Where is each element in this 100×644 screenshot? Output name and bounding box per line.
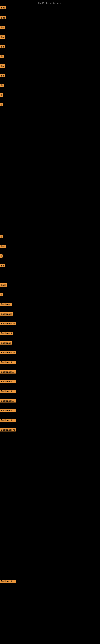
label-badge-b12: | xyxy=(0,235,2,238)
label-badge-b1: Bot xyxy=(0,6,6,9)
label-badge-b21: Bottleneck xyxy=(0,332,13,335)
label-badge-b8: Bo xyxy=(0,74,5,77)
label-badge-b25: Bottleneck resu xyxy=(0,370,16,374)
label-badge-b16: Bottl xyxy=(0,283,7,286)
label-badge-b10: E xyxy=(0,94,3,96)
label-badge-b32: Bottleneck rest xyxy=(0,580,16,583)
label-badge-b13: Bott xyxy=(0,245,6,248)
label-badge-b19: Bottleneck xyxy=(0,312,13,316)
label-badge-b4: Bo xyxy=(0,36,5,39)
label-badge-b28: Bottleneck resu xyxy=(0,399,16,402)
label-badge-b27: Bottleneck resu xyxy=(0,390,16,393)
label-badge-b22: Bottlenec xyxy=(0,341,12,344)
label-badge-b5: Bo xyxy=(0,45,5,48)
label-badge-b3: Bo xyxy=(0,26,5,29)
label-badge-b24: Bottleneck resu xyxy=(0,361,16,364)
label-badge-b15: Bo xyxy=(0,264,5,267)
label-badge-b11: | xyxy=(0,103,2,106)
label-badge-b29: Bottleneck resu xyxy=(0,409,16,412)
site-title: TheBottlenecker.com xyxy=(38,2,62,5)
label-badge-b26: Bottleneck resu xyxy=(0,380,16,383)
label-badge-b2: Bott xyxy=(0,16,6,19)
label-badge-b17: E xyxy=(0,293,3,296)
label-badge-b6: B xyxy=(0,55,3,58)
label-badge-b31: Bottleneck re xyxy=(0,428,16,432)
label-badge-b9: B xyxy=(0,84,3,87)
label-badge-b7: Bo xyxy=(0,64,5,68)
label-badge-b14: | xyxy=(0,254,2,258)
label-badge-b30: Bottleneck resu xyxy=(0,418,16,422)
label-badge-b23: Bottleneck re xyxy=(0,351,16,354)
label-badge-b18: Bottlenec xyxy=(0,303,12,306)
label-badge-b20: Bottleneck re xyxy=(0,322,16,325)
